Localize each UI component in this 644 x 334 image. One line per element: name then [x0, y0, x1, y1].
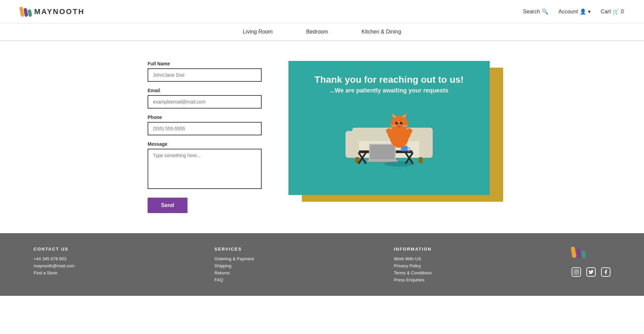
svg-rect-5: [419, 157, 423, 163]
footer-social: [572, 267, 610, 277]
contact-form: Full Name Email Phone Message Send: [148, 61, 262, 213]
logo[interactable]: MAYNOOTH: [20, 7, 85, 17]
nav-item-living-room[interactable]: Living Room: [243, 29, 273, 35]
message-group: Message: [148, 141, 262, 189]
svg-point-37: [577, 270, 578, 271]
message-label: Message: [148, 141, 262, 147]
logo-icon: [20, 7, 32, 17]
main-nav: Living Room Bedroom Kitchen & Dining: [0, 23, 644, 41]
message-textarea[interactable]: [148, 149, 262, 189]
footer-contact: CONTACT US +44 345 678 903 maynooth@mail…: [34, 247, 74, 275]
card-subtitle: ...We are patiently awaiting your reques…: [330, 87, 448, 94]
svg-point-15: [390, 116, 408, 133]
full-name-label: Full Name: [148, 61, 262, 66]
services-heading: SERVICES: [214, 247, 254, 252]
footer-information: INFORMATION Work With US Privacy Policy …: [394, 247, 432, 282]
svg-point-22: [397, 122, 398, 123]
facebook-icon[interactable]: [601, 267, 610, 277]
instagram-icon[interactable]: [572, 267, 581, 277]
svg-point-33: [384, 161, 414, 166]
main-content: Full Name Email Phone Message Send Thank…: [0, 41, 644, 233]
search-icon: 🔍: [542, 8, 548, 15]
illustration-card: Thank you for reaching out to us! ...We …: [288, 61, 496, 195]
svg-point-32: [406, 128, 412, 134]
phone-group: Phone: [148, 115, 262, 135]
logo-text: MAYNOOTH: [34, 7, 85, 16]
full-name-input[interactable]: [148, 68, 262, 82]
svg-rect-35: [574, 270, 578, 274]
card-title: Thank you for reaching out to us!: [315, 74, 464, 85]
full-name-group: Full Name: [148, 61, 262, 82]
contact-email[interactable]: maynooth@mail.com: [34, 263, 74, 268]
search-button[interactable]: Search 🔍: [523, 8, 548, 15]
footer-brand: [572, 247, 610, 277]
service-shipping[interactable]: Shipping: [214, 263, 254, 268]
twitter-icon[interactable]: [586, 267, 596, 277]
nav-item-bedroom[interactable]: Bedroom: [306, 29, 328, 35]
svg-point-23: [402, 122, 403, 123]
chevron-down-icon: ▾: [588, 8, 591, 15]
service-ordering-payment[interactable]: Ordering & Payment: [214, 256, 254, 261]
contact-heading: CONTACT US: [34, 247, 74, 252]
info-terms-conditions[interactable]: Terms & Conditions: [394, 270, 432, 275]
nav-item-kitchen-dining[interactable]: Kitchen & Dining: [362, 29, 401, 35]
svg-point-24: [398, 125, 400, 126]
cart-count: 0: [621, 9, 624, 15]
cart-icon: 🛒: [612, 8, 619, 15]
contact-phone: +44 345 678 903: [34, 256, 74, 261]
email-label: Email: [148, 88, 262, 93]
phone-label: Phone: [148, 115, 262, 120]
header-right: Search 🔍 Account 👤 ▾ Cart 🛒 0: [523, 8, 624, 15]
footer-logo-icon: [572, 247, 610, 258]
contact-store[interactable]: Find a Store: [34, 270, 74, 275]
account-button[interactable]: Account 👤 ▾: [558, 8, 591, 15]
footer-services: SERVICES Ordering & Payment Shipping Ret…: [214, 247, 254, 282]
teal-card: Thank you for reaching out to us! ...We …: [288, 61, 490, 195]
info-privacy-policy[interactable]: Privacy Policy: [394, 263, 432, 268]
account-icon: 👤: [580, 8, 586, 15]
email-group: Email: [148, 88, 262, 109]
info-work-with-us[interactable]: Work With US: [394, 256, 432, 261]
svg-rect-34: [367, 160, 397, 162]
footer: CONTACT US +44 345 678 903 maynooth@mail…: [0, 233, 644, 296]
send-button[interactable]: Send: [148, 198, 187, 213]
svg-point-36: [575, 271, 578, 273]
phone-input[interactable]: [148, 122, 262, 135]
information-heading: INFORMATION: [394, 247, 432, 252]
cat-sofa-illustration: [325, 97, 453, 171]
info-press-enquiries[interactable]: Press Enquiries: [394, 277, 432, 282]
service-returns[interactable]: Returns: [214, 270, 254, 275]
svg-point-31: [386, 128, 392, 134]
service-faq[interactable]: FAQ: [214, 277, 254, 282]
svg-rect-12: [370, 145, 395, 159]
cart-button[interactable]: Cart 🛒 0: [601, 8, 624, 15]
email-input[interactable]: [148, 95, 262, 109]
